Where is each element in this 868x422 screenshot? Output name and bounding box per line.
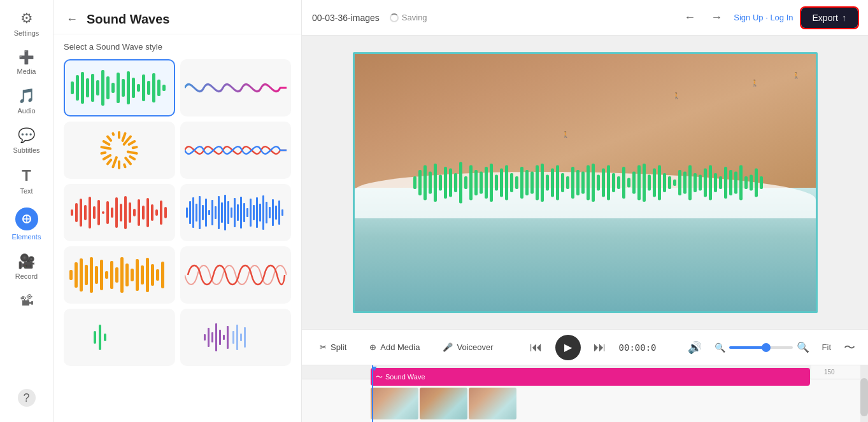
svg-rect-139 xyxy=(490,164,493,202)
scrollbar[interactable] xyxy=(860,365,868,422)
scrollbar-thumb[interactable] xyxy=(860,378,868,416)
svg-line-36 xyxy=(108,137,111,141)
svg-rect-102 xyxy=(125,264,129,286)
track-thumb-3 xyxy=(469,388,516,419)
redo-button[interactable]: → xyxy=(707,7,726,28)
split-label: Split xyxy=(331,342,346,352)
svg-rect-43 xyxy=(93,206,96,219)
export-button[interactable]: Export ↑ xyxy=(801,8,858,28)
wave-style-green-bars[interactable] xyxy=(64,59,175,116)
split-button[interactable]: ✂ Split xyxy=(315,339,352,356)
svg-rect-39 xyxy=(75,203,78,222)
sidebar-item-record[interactable]: 🎥 Record xyxy=(4,248,49,285)
svg-rect-124 xyxy=(413,176,416,189)
zoom-out-icon[interactable]: 🔍 xyxy=(715,342,725,353)
sound-wave-track[interactable]: 〜 Sound Wave xyxy=(371,368,810,386)
svg-rect-147 xyxy=(530,171,534,193)
wave-style-green-partial[interactable] xyxy=(64,309,175,366)
svg-rect-85 xyxy=(266,202,267,223)
sidebar-item-audio[interactable]: 🎵 Audio xyxy=(4,83,49,120)
svg-rect-118 xyxy=(223,335,225,340)
svg-rect-93 xyxy=(80,258,83,292)
svg-line-23 xyxy=(129,141,135,144)
skip-forward-button[interactable]: ⏭ xyxy=(594,340,606,355)
svg-rect-115 xyxy=(211,332,213,342)
sidebar-item-text[interactable]: T Text xyxy=(4,162,49,200)
right-ruler: 150 160 210 xyxy=(811,365,860,379)
svg-rect-45 xyxy=(102,211,104,214)
svg-rect-19 xyxy=(162,85,166,91)
waveform-icon[interactable]: 〜 xyxy=(844,340,855,355)
svg-rect-159 xyxy=(592,164,595,202)
sidebar-item-settings[interactable]: ⚙ Settings xyxy=(4,5,49,42)
zoom-in-icon[interactable]: 🔍 xyxy=(797,341,809,353)
sidebar-item-help[interactable]: ? xyxy=(4,384,49,412)
add-media-button[interactable]: ⊕ Add Media xyxy=(364,339,425,356)
wave-style-blue-bars[interactable] xyxy=(180,184,292,241)
svg-rect-182 xyxy=(709,165,712,200)
skip-back-button[interactable]: ⏮ xyxy=(530,340,543,355)
time-display: 00:00:0 xyxy=(619,342,657,353)
topbar: 00-03-36-images Saving ← → Sign Up · Log… xyxy=(302,0,868,36)
person-1: 🚶 xyxy=(562,131,569,138)
svg-rect-155 xyxy=(571,167,574,199)
svg-rect-54 xyxy=(142,206,145,220)
svg-rect-95 xyxy=(90,257,93,293)
sidebar-item-media[interactable]: ➕ Media xyxy=(4,45,49,80)
sidebar-item-subtitles[interactable]: 💬 Subtitles xyxy=(4,122,49,159)
sidebar-item-elements[interactable]: Elements xyxy=(4,202,49,246)
svg-rect-8 xyxy=(106,76,110,99)
zoom-slider[interactable] xyxy=(729,346,793,349)
svg-line-21 xyxy=(123,134,125,141)
svg-rect-185 xyxy=(724,167,727,199)
wave-style-orange-bars[interactable] xyxy=(64,246,175,304)
svg-rect-12 xyxy=(127,71,130,104)
play-button[interactable]: ▶ xyxy=(555,335,581,360)
svg-line-30 xyxy=(113,157,117,167)
svg-rect-3 xyxy=(81,72,84,104)
svg-line-26 xyxy=(131,157,135,159)
svg-rect-56 xyxy=(151,204,153,221)
svg-rect-154 xyxy=(566,176,569,189)
svg-rect-165 xyxy=(622,167,625,199)
svg-rect-150 xyxy=(546,174,549,190)
audio-icon: 🎵 xyxy=(18,88,35,104)
svg-rect-64 xyxy=(199,196,201,229)
svg-line-28 xyxy=(124,165,125,167)
svg-rect-41 xyxy=(84,205,87,220)
voiceover-button[interactable]: 🎤 Voiceover xyxy=(438,339,498,356)
svg-line-31 xyxy=(108,160,111,164)
wave-style-purple-partial[interactable] xyxy=(180,309,292,366)
undo-button[interactable]: ← xyxy=(680,7,699,28)
login-link[interactable]: Log In xyxy=(770,13,793,22)
svg-rect-179 xyxy=(694,173,697,192)
svg-rect-1 xyxy=(71,81,74,94)
wave-style-red-bars[interactable] xyxy=(64,184,175,241)
person-3: 🚶 xyxy=(751,80,758,87)
signup-link[interactable]: Sign Up xyxy=(734,13,763,22)
svg-rect-57 xyxy=(155,209,158,216)
wave-style-circle[interactable] xyxy=(64,122,175,179)
main-area: 00-03-36-images Saving ← → Sign Up · Log… xyxy=(302,0,868,422)
preview-canvas: 🚶 🚶 🚶 🚶 xyxy=(353,52,818,313)
scissors-icon: ✂ xyxy=(320,342,327,352)
back-button[interactable]: ← xyxy=(64,10,80,29)
wave-style-red-loops[interactable] xyxy=(180,246,292,304)
svg-rect-38 xyxy=(71,209,73,216)
sidebar-item-video[interactable]: 📽 xyxy=(4,288,49,317)
wave-style-gradient-smooth[interactable] xyxy=(180,59,292,116)
svg-rect-87 xyxy=(272,199,274,226)
svg-rect-123 xyxy=(244,327,246,348)
wave-style-sine[interactable] xyxy=(180,122,292,179)
svg-rect-80 xyxy=(250,199,252,227)
svg-rect-156 xyxy=(576,170,580,195)
svg-rect-161 xyxy=(602,168,605,197)
svg-rect-172 xyxy=(658,165,661,200)
svg-rect-151 xyxy=(551,168,554,197)
svg-rect-4 xyxy=(86,78,89,97)
track-thumb-1 xyxy=(371,388,418,419)
plus-circle-icon: ⊕ xyxy=(369,342,376,352)
volume-icon[interactable]: 🔊 xyxy=(688,341,702,355)
svg-rect-101 xyxy=(120,257,124,293)
svg-rect-106 xyxy=(146,258,149,292)
